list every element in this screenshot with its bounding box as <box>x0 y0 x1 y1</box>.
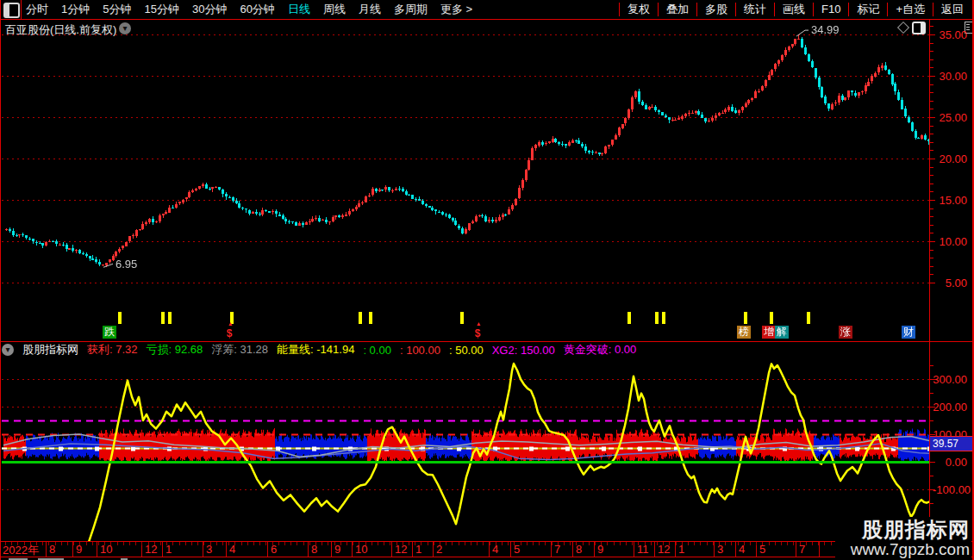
price-axis-label: 30.00 <box>933 70 967 83</box>
time-axis-separator <box>162 542 163 557</box>
time-axis-minor-tick <box>179 542 180 545</box>
indicator-chart-canvas[interactable] <box>2 357 929 541</box>
multi-stock-button[interactable]: 多股 <box>696 3 735 16</box>
indicator-axis-label: 200.00 <box>933 401 967 414</box>
back-button[interactable]: 返回 <box>933 3 971 16</box>
time-axis-minor-tick <box>756 542 757 545</box>
signal-bar-marker <box>168 312 172 324</box>
time-axis-label: 4 <box>229 543 235 556</box>
time-axis-label: 9 <box>76 543 82 556</box>
time-axis-minor-tick <box>787 542 788 545</box>
time-axis-minor-tick <box>135 542 136 545</box>
time-axis-minor-tick <box>141 542 142 545</box>
price-axis-tick <box>930 117 935 118</box>
time-axis-label: 4 <box>739 543 745 556</box>
time-axis-minor-tick <box>750 542 751 545</box>
time-axis-minor-tick <box>259 542 260 545</box>
indicator-axis-tick <box>930 393 933 394</box>
time-axis-minor-tick <box>539 542 540 545</box>
time-axis-label: 10 <box>100 543 112 556</box>
tab-monthly[interactable]: 月线 <box>359 2 381 17</box>
toolbar-actions: 复权 叠加 多股 统计 画线 F10 标记 +自选 返回 <box>619 0 971 19</box>
price-axis-tick <box>930 101 933 102</box>
stats-button[interactable]: 统计 <box>735 3 774 16</box>
tab-weekly[interactable]: 周线 <box>323 2 346 17</box>
tab-15min[interactable]: 15分钟 <box>144 2 178 17</box>
candlestick-chart-canvas[interactable] <box>2 21 929 341</box>
price-axis-tick <box>930 241 935 242</box>
time-axis-minor-tick <box>452 542 453 545</box>
signal-bar-marker <box>655 312 659 324</box>
time-axis-minor-tick <box>552 542 553 545</box>
indicator-param-zero: : 0.00 <box>363 344 391 357</box>
signal-bar-marker <box>359 312 362 324</box>
signal-bar-marker <box>807 312 810 324</box>
time-axis-separator <box>714 542 715 557</box>
collapse-chevron-icon[interactable]: ▾ <box>2 344 14 356</box>
time-axis-minor-tick <box>713 542 714 545</box>
time-axis-minor-tick <box>309 542 310 545</box>
event-badge[interactable]: 涨 <box>839 326 852 339</box>
indicator-param-huoli: 获利: 7.32 <box>87 343 138 357</box>
price-axis-tick <box>930 159 935 159</box>
watermark-url: www.7gpzb.com <box>851 540 970 558</box>
time-axis-separator <box>97 542 97 557</box>
price-axis-tick <box>930 59 933 60</box>
time-axis-minor-tick <box>626 542 627 545</box>
tab-5min[interactable]: 5分钟 <box>103 2 131 17</box>
tab-multi-period[interactable]: 多周期 <box>394 2 428 17</box>
price-axis-tick <box>930 126 933 127</box>
time-axis-minor-tick <box>700 542 701 545</box>
event-badge[interactable]: 榜 <box>737 326 751 339</box>
event-badge[interactable]: 增 <box>762 326 776 339</box>
indicator-axis-label: 300.00 <box>933 373 967 386</box>
tab-30min[interactable]: 30分钟 <box>192 2 227 17</box>
tab-1min[interactable]: 1分钟 <box>61 2 90 17</box>
time-axis-minor-tick <box>583 542 584 545</box>
layout-toggle-icon[interactable] <box>3 3 20 18</box>
event-badge[interactable]: 财 <box>902 326 915 339</box>
tab-more[interactable]: 更多 > <box>440 2 472 17</box>
time-axis-separator <box>412 542 413 557</box>
indicator-param-nengliangxian: 能量线: -141.94 <box>277 343 354 357</box>
overlay-button[interactable]: 叠加 <box>658 3 696 16</box>
time-axis-minor-tick <box>614 542 615 545</box>
indicator-axis-tick <box>930 407 935 408</box>
f10-button[interactable]: F10 <box>813 3 848 16</box>
signal-bar-marker <box>662 312 665 324</box>
indicator-site-label: 股朋指标网 <box>22 343 78 357</box>
time-axis-minor-tick <box>409 542 409 545</box>
indicator-param-goldbreak: 黄金突破: 0.00 <box>564 343 637 357</box>
tab-daily[interactable]: 日线 <box>288 2 310 17</box>
time-axis-separator <box>226 542 227 557</box>
time-axis-minor-tick <box>694 542 695 545</box>
tab-60min[interactable]: 60分钟 <box>240 2 274 17</box>
time-axis-label: 3 <box>717 543 723 556</box>
indicator-axis-label: 0.00 <box>933 456 967 469</box>
time-axis-minor-tick <box>297 542 297 545</box>
event-badge[interactable]: 跌 <box>103 326 116 339</box>
tab-fenshi[interactable]: 分时 <box>26 2 48 17</box>
time-axis-minor-tick <box>545 542 546 545</box>
time-axis-label: 6 <box>271 543 277 556</box>
mark-button[interactable]: 标记 <box>848 3 887 16</box>
dollar-marker[interactable]: $ <box>227 327 233 339</box>
time-axis-minor-tick <box>265 542 266 545</box>
draw-line-button[interactable]: 画线 <box>774 3 813 16</box>
time-axis-minor-tick <box>347 542 347 545</box>
time-axis-minor-tick <box>123 542 124 545</box>
fuquan-button[interactable]: 复权 <box>619 3 658 16</box>
event-badge[interactable]: 解 <box>775 326 789 339</box>
dollar-marker[interactable]: $ <box>475 327 481 339</box>
add-favorite-button[interactable]: +自选 <box>887 3 933 16</box>
time-axis-label: 7 <box>554 543 560 556</box>
price-axis-tick <box>930 225 933 226</box>
time-axis-label: 11 <box>637 543 649 556</box>
time-axis-minor-tick <box>471 542 471 545</box>
time-axis-minor-tick <box>824 542 825 545</box>
time-axis-minor-tick <box>769 542 770 545</box>
time-axis-minor-tick <box>216 542 217 545</box>
time-axis-minor-tick <box>589 542 590 545</box>
indicator-param-hundred: : 100.00 <box>400 344 440 357</box>
time-axis-separator <box>308 542 309 557</box>
